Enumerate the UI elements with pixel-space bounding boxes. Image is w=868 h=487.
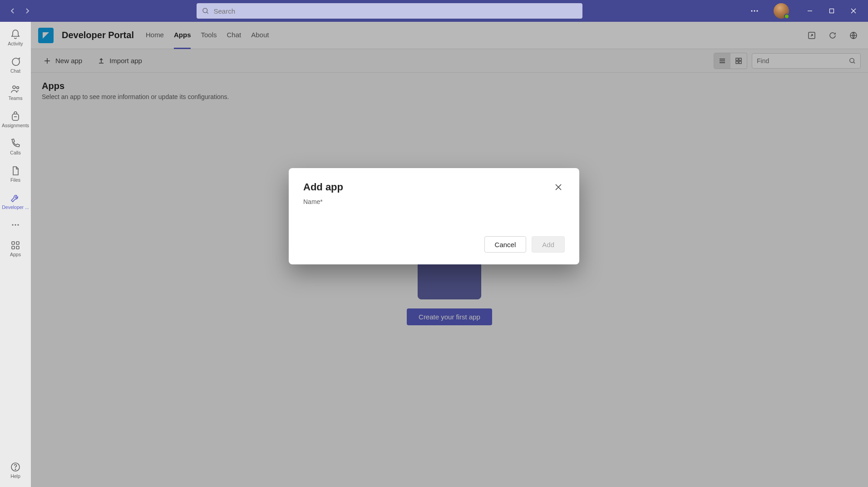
- rail-label: Assignments: [2, 123, 29, 128]
- rail-more-button[interactable]: [0, 215, 31, 234]
- dialog-cancel-button[interactable]: Cancel: [484, 236, 527, 253]
- close-icon: [851, 8, 856, 14]
- nav-back-button[interactable]: [6, 5, 19, 17]
- svg-rect-7: [12, 114, 19, 120]
- people-icon: [10, 84, 21, 94]
- rail-developer-portal[interactable]: Developer ...: [0, 188, 31, 214]
- bell-icon: [10, 29, 21, 40]
- ellipsis-icon: [750, 6, 759, 15]
- backpack-icon: [10, 111, 21, 122]
- rail-label: Teams: [9, 95, 23, 101]
- svg-point-9: [15, 224, 16, 225]
- svg-point-16: [15, 469, 16, 470]
- wrench-icon: [10, 193, 21, 204]
- chevron-left-icon: [10, 8, 15, 14]
- search-icon: [202, 7, 209, 15]
- dialog-close-button[interactable]: [552, 181, 565, 194]
- rail-help[interactable]: Help: [0, 457, 31, 483]
- svg-point-10: [17, 224, 19, 225]
- svg-point-0: [203, 8, 207, 13]
- minimize-icon: [807, 8, 813, 14]
- rail-label: Chat: [10, 68, 20, 74]
- minimize-button[interactable]: [799, 2, 821, 20]
- maximize-icon: [829, 8, 834, 14]
- svg-point-3: [756, 10, 758, 11]
- maximize-button[interactable]: [821, 2, 843, 20]
- svg-rect-14: [16, 246, 19, 249]
- presence-indicator: [784, 14, 789, 19]
- help-icon: [10, 462, 21, 472]
- svg-rect-4: [830, 9, 834, 13]
- rail-label: Help: [10, 473, 20, 479]
- apps-grid-icon: [10, 240, 21, 251]
- rail-teams[interactable]: Teams: [0, 79, 31, 105]
- dialog-name-label: Name*: [303, 198, 565, 205]
- svg-rect-11: [12, 242, 15, 244]
- svg-point-5: [13, 86, 15, 89]
- chevron-right-icon: [25, 8, 30, 14]
- rail-label: Apps: [10, 252, 21, 257]
- close-icon: [555, 184, 562, 191]
- rail-files[interactable]: Files: [0, 161, 31, 187]
- rail-chat[interactable]: Chat: [0, 52, 31, 78]
- rail-label: Developer ...: [2, 204, 29, 210]
- phone-icon: [10, 138, 21, 149]
- close-window-button[interactable]: [843, 2, 864, 20]
- rail-calls[interactable]: Calls: [0, 134, 31, 160]
- svg-point-2: [754, 10, 755, 11]
- nav-forward-button[interactable]: [21, 5, 34, 17]
- rail-label: Calls: [10, 150, 20, 155]
- svg-point-1: [751, 10, 752, 11]
- svg-point-6: [17, 87, 19, 89]
- rail-label: Files: [10, 177, 20, 183]
- ellipsis-icon: [11, 220, 20, 229]
- add-app-dialog: Add app Name* Cancel Add: [289, 168, 579, 264]
- rail-activity[interactable]: Activity: [0, 25, 31, 51]
- chat-icon: [10, 56, 21, 67]
- svg-rect-13: [12, 246, 15, 249]
- user-avatar[interactable]: [774, 3, 789, 19]
- svg-point-8: [12, 224, 13, 225]
- rail-label: Activity: [8, 41, 23, 46]
- more-options-button[interactable]: [745, 2, 764, 20]
- global-search[interactable]: [197, 3, 582, 19]
- svg-rect-12: [16, 242, 19, 244]
- global-search-input[interactable]: [214, 7, 577, 15]
- file-icon: [10, 165, 21, 176]
- title-bar: [0, 0, 868, 22]
- rail-assignments[interactable]: Assignments: [0, 106, 31, 133]
- dialog-add-button[interactable]: Add: [532, 236, 565, 253]
- dialog-title: Add app: [303, 181, 343, 193]
- rail-apps[interactable]: Apps: [0, 235, 31, 262]
- left-rail: Activity Chat Teams Assignments Calls Fi…: [0, 22, 31, 487]
